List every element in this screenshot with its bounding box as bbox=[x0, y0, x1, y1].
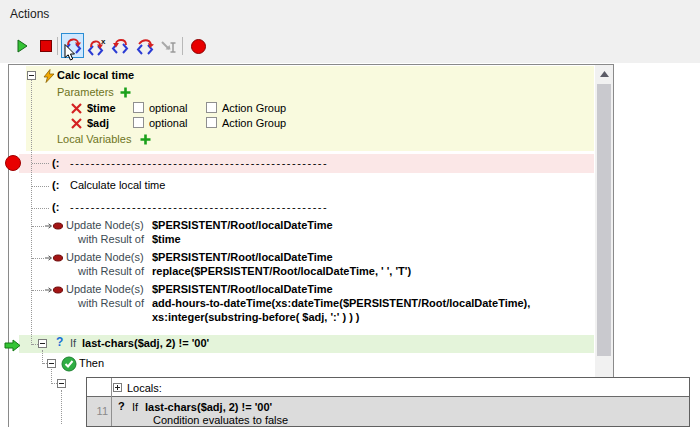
parameter-name: $adj bbox=[87, 117, 109, 130]
step-over-icon: x bbox=[87, 36, 107, 57]
collapse-if-expander[interactable] bbox=[38, 339, 47, 348]
collapse-then-expander[interactable] bbox=[47, 359, 56, 368]
update-target[interactable]: $PERSISTENT/Root/localDateTime bbox=[152, 251, 333, 264]
tree-line bbox=[32, 186, 49, 187]
then-check-icon bbox=[61, 356, 77, 372]
toggle-breakpoint-button[interactable] bbox=[187, 35, 209, 57]
update-value[interactable]: replace($PERSISTENT/Root/localDateTime, … bbox=[152, 265, 411, 278]
action-group-checkbox[interactable] bbox=[206, 102, 217, 113]
with-result-label: with Result of bbox=[78, 265, 144, 278]
optional-label: optional bbox=[149, 117, 188, 130]
then-label: Then bbox=[79, 357, 104, 370]
comment-text: ----------------------------------------… bbox=[70, 157, 328, 170]
tree-line bbox=[32, 208, 49, 209]
update-target[interactable]: $PERSISTENT/Root/localDateTime bbox=[152, 219, 333, 232]
line-number-column-divider bbox=[111, 378, 112, 426]
step-out-button[interactable] bbox=[110, 35, 132, 57]
update-node-icon bbox=[44, 285, 64, 295]
parameters-label: Parameters bbox=[57, 86, 114, 99]
delete-parameter-icon[interactable] bbox=[71, 103, 82, 114]
step-out-icon bbox=[111, 36, 131, 57]
tree-line bbox=[42, 350, 43, 364]
update-node-icon bbox=[44, 253, 64, 263]
tree-line bbox=[32, 226, 44, 227]
mouse-cursor-icon bbox=[64, 44, 76, 62]
expand-locals-expander[interactable] bbox=[113, 383, 122, 392]
stop-debug-button[interactable] bbox=[35, 35, 57, 57]
scrollbar-thumb[interactable] bbox=[597, 84, 611, 356]
update-value[interactable]: add-hours-to-dateTime(xs:dateTime($PERSI… bbox=[152, 297, 530, 310]
breakpoint-marker[interactable] bbox=[5, 155, 21, 171]
actions-panel-window: Actions x bbox=[0, 0, 700, 427]
run-to-cursor-icon bbox=[158, 36, 178, 57]
optional-checkbox[interactable] bbox=[133, 102, 144, 113]
start-debug-button[interactable] bbox=[11, 35, 33, 57]
tree-line bbox=[31, 80, 32, 345]
toolbar-separator bbox=[182, 37, 183, 55]
debugger-locals-tooltip: Locals: 11 ? If last-chars($adj, 2) != '… bbox=[86, 377, 690, 427]
tree-line bbox=[32, 163, 49, 164]
locals-label: Locals: bbox=[127, 382, 162, 395]
tree-line bbox=[32, 290, 44, 291]
action-name[interactable]: Update Node(s) bbox=[66, 219, 144, 232]
optional-checkbox[interactable] bbox=[133, 117, 144, 128]
with-result-label: with Result of bbox=[78, 297, 144, 310]
execution-pointer-icon bbox=[4, 339, 21, 352]
locals-header-row bbox=[87, 378, 689, 397]
update-value[interactable]: $time bbox=[152, 233, 181, 246]
breakpoint-icon bbox=[190, 38, 207, 55]
optional-label: optional bbox=[149, 102, 188, 115]
add-local-variable-icon[interactable] bbox=[140, 134, 151, 145]
action-name[interactable]: Update Node(s) bbox=[66, 283, 144, 296]
if-keyword[interactable]: If bbox=[70, 337, 76, 350]
action-name[interactable]: Update Node(s) bbox=[66, 251, 144, 264]
popup-if-expression: last-chars($adj, 2) != '00' bbox=[145, 401, 272, 414]
action-group-label: Action Group bbox=[222, 117, 286, 130]
collapse-child-expander[interactable] bbox=[57, 379, 66, 388]
if-expression[interactable]: last-chars($adj, 2) != '00' bbox=[82, 337, 209, 350]
line-number: 11 bbox=[92, 405, 108, 418]
step-current-button[interactable] bbox=[134, 35, 156, 57]
action-group-title: Calc local time bbox=[57, 69, 134, 82]
scrollbar-up-button[interactable] bbox=[595, 66, 613, 82]
if-condition-icon: ? bbox=[118, 400, 125, 413]
comment-marker: (: bbox=[52, 157, 59, 170]
tree-line bbox=[32, 258, 44, 259]
update-target[interactable]: $PERSISTENT/Root/localDateTime bbox=[152, 283, 333, 296]
action-group-icon bbox=[43, 69, 55, 83]
comment-marker: (: bbox=[52, 201, 59, 214]
popup-if-keyword: If bbox=[132, 401, 138, 414]
tree-line bbox=[51, 369, 52, 384]
panel-title: Actions bbox=[10, 7, 49, 21]
local-variables-label: Local Variables bbox=[57, 133, 131, 146]
action-group-checkbox[interactable] bbox=[206, 117, 217, 128]
comment-text: ----------------------------------------… bbox=[70, 201, 328, 214]
update-node-icon bbox=[44, 221, 64, 231]
collapse-group-expander[interactable] bbox=[27, 71, 36, 80]
action-group-label: Action Group bbox=[222, 102, 286, 115]
with-result-label: with Result of bbox=[78, 233, 144, 246]
scroll-up-arrow-icon bbox=[600, 71, 609, 77]
run-to-cursor-button bbox=[157, 35, 179, 57]
delete-parameter-icon[interactable] bbox=[71, 118, 82, 129]
add-parameter-icon[interactable] bbox=[120, 87, 131, 98]
comment-marker: (: bbox=[52, 179, 59, 192]
update-value-continued[interactable]: xs:integer(substring-before( $adj, ':' )… bbox=[152, 311, 360, 324]
play-icon bbox=[14, 38, 30, 54]
stop-icon bbox=[39, 39, 53, 53]
toolbar-separator bbox=[57, 37, 58, 55]
condition-result-text: Condition evaluates to false bbox=[153, 414, 288, 427]
step-current-icon bbox=[135, 36, 155, 57]
comment-text: Calculate local time bbox=[70, 179, 165, 192]
step-over-button[interactable]: x bbox=[86, 35, 108, 57]
svg-text:x: x bbox=[101, 37, 106, 46]
parameter-name: $time bbox=[87, 102, 116, 115]
if-condition-icon: ? bbox=[56, 336, 63, 348]
tree-line bbox=[61, 390, 62, 424]
